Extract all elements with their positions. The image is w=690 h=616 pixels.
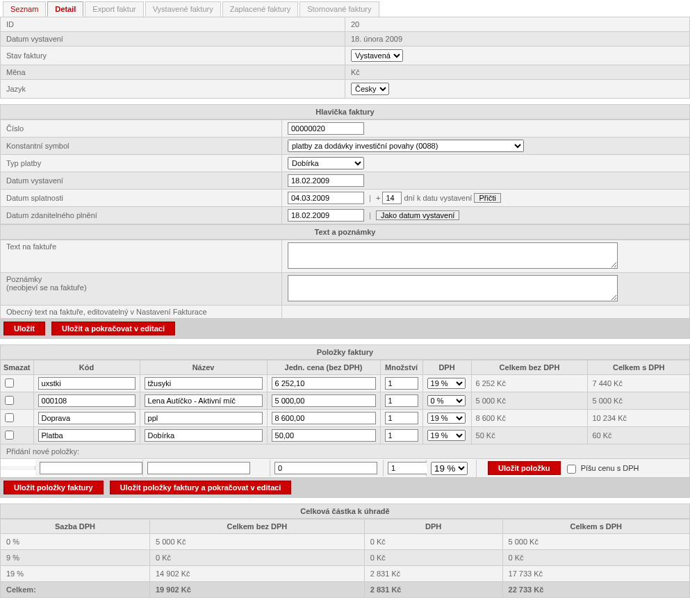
ex: 5 000 Kč — [150, 534, 365, 550]
delete-checkbox[interactable] — [5, 431, 14, 440]
note-label: Poznámky — [6, 275, 42, 283]
due-days-input[interactable] — [382, 192, 402, 204]
due-plus: + — [376, 194, 380, 202]
tabs: Seznam Detail Export faktur Vystavené fa… — [0, 0, 690, 17]
delete-checkbox[interactable] — [5, 396, 14, 405]
item-row: 19 %8 600 Kč10 234 Kč — [1, 410, 690, 427]
item-total-ex: 50 Kč — [471, 427, 588, 444]
price-with-vat-checkbox[interactable] — [567, 465, 576, 474]
item-qty-input[interactable] — [385, 377, 418, 390]
due-date-input[interactable] — [288, 192, 364, 204]
rate: 9 % — [1, 550, 150, 566]
save-items-button[interactable]: Uložit položky faktury — [3, 481, 104, 494]
item-qty-input[interactable] — [385, 429, 418, 442]
item-name-input[interactable] — [145, 394, 263, 407]
item-vat-select[interactable]: 19 % — [427, 430, 466, 441]
const-symbol-select[interactable]: platby za dodávky investiční povahy (008… — [288, 140, 524, 152]
due-note: dní k datu vystavení — [404, 194, 473, 202]
delete-checkbox[interactable] — [5, 413, 14, 422]
item-total-ex: 8 600 Kč — [471, 410, 588, 427]
vat: 0 Kč — [364, 534, 502, 550]
item-name-input[interactable] — [145, 412, 263, 424]
item-total-ex: 6 252 Kč — [471, 375, 588, 392]
item-price-input[interactable] — [272, 429, 376, 442]
item-total-inc: 10 234 Kč — [588, 410, 690, 427]
info-issued-value: 18. února 2009 — [345, 32, 690, 47]
tab-stornovane[interactable]: Stornované faktury — [299, 1, 379, 17]
item-price-input[interactable] — [272, 412, 376, 424]
tot-col-ex: Celkem bez DPH — [150, 519, 365, 534]
invoice-lang-select[interactable]: Česky — [351, 83, 389, 95]
item-code-input[interactable] — [38, 429, 135, 442]
item-vat-select[interactable]: 0 % — [427, 395, 466, 406]
item-qty-input[interactable] — [385, 412, 418, 424]
item-code-input[interactable] — [38, 394, 135, 407]
tot-col-vat: DPH — [364, 519, 502, 534]
notes-title: Text a poznámky — [0, 224, 690, 240]
ex: 0 Kč — [150, 550, 365, 566]
new-name-input[interactable] — [147, 462, 250, 474]
item-vat-select[interactable]: 19 % — [427, 413, 466, 424]
totals-row: 9 %0 Kč0 Kč0 Kč — [1, 550, 690, 566]
new-item-label: Přidání nové položky: — [0, 444, 690, 459]
due-label: Datum splatnosti — [1, 190, 282, 207]
due-sep: | — [369, 194, 371, 202]
tax-same-button[interactable]: Jako datum vystavení — [376, 210, 459, 220]
tab-seznam[interactable]: Seznam — [3, 1, 46, 17]
item-vat-select[interactable]: 19 % — [427, 378, 466, 389]
paytype-select[interactable]: Dobírka — [288, 157, 364, 169]
col-total-inc: Celkem s DPH — [588, 360, 690, 375]
text-label: Text na faktuře — [1, 240, 282, 273]
header-title: Hlavička faktury — [0, 104, 690, 119]
new-price-input[interactable] — [274, 462, 377, 474]
col-vat: DPH — [422, 360, 471, 375]
tab-zaplacene[interactable]: Zaplacené faktury — [222, 1, 298, 17]
totals-row: 19 %14 902 Kč2 831 Kč17 733 Kč — [1, 566, 690, 582]
item-price-input[interactable] — [272, 394, 376, 407]
grand-inc: 22 733 Kč — [502, 582, 689, 598]
item-row: 19 %6 252 Kč7 440 Kč — [1, 375, 690, 392]
inc: 5 000 Kč — [502, 534, 689, 550]
item-total-inc: 7 440 Kč — [588, 375, 690, 392]
item-qty-input[interactable] — [385, 394, 418, 407]
tab-export[interactable]: Export faktur — [85, 1, 143, 17]
tab-detail[interactable]: Detail — [47, 1, 83, 17]
items-title: Položky faktury — [0, 344, 690, 360]
item-code-input[interactable] — [38, 377, 135, 390]
item-name-input[interactable] — [145, 377, 263, 390]
info-table: ID20 Datum vystavení18. února 2009 Stav … — [0, 17, 690, 99]
tax-sep: | — [369, 211, 371, 219]
new-code-input[interactable] — [40, 462, 142, 474]
totals-row: 0 %5 000 Kč0 Kč5 000 Kč — [1, 534, 690, 550]
issued-date-input[interactable] — [288, 174, 364, 187]
item-total-ex: 5 000 Kč — [471, 392, 588, 410]
item-code-input[interactable] — [38, 412, 135, 424]
number-label: Číslo — [1, 120, 282, 138]
info-currency-label: Měna — [1, 65, 345, 80]
due-add-button[interactable]: Přičti — [474, 193, 500, 203]
new-vat-select[interactable]: 19 % — [431, 462, 468, 475]
delete-checkbox[interactable] — [5, 378, 14, 388]
item-row: 19 %50 Kč60 Kč — [1, 427, 690, 444]
info-id-value: 20 — [345, 17, 690, 32]
vat: 0 Kč — [364, 550, 502, 566]
invoice-state-select[interactable]: Vystavená — [351, 49, 403, 62]
tab-vystavene[interactable]: Vystavené faktury — [145, 1, 221, 17]
invoice-note-input[interactable] — [288, 275, 618, 301]
item-name-input[interactable] — [145, 429, 263, 442]
col-code: Kód — [33, 360, 140, 375]
inc: 17 733 Kč — [502, 566, 689, 582]
col-delete: Smazat — [1, 360, 34, 375]
number-input[interactable] — [288, 122, 364, 135]
grand-ex: 19 902 Kč — [150, 582, 365, 598]
save-items-continue-button[interactable]: Uložit položky faktury a pokračovat v ed… — [110, 481, 292, 494]
save-button[interactable]: Uložit — [3, 322, 45, 335]
info-lang-label: Jazyk — [1, 80, 345, 99]
tot-col-inc: Celkem s DPH — [502, 519, 689, 534]
save-continue-button[interactable]: Uložit a pokračovat v editaci — [51, 322, 175, 335]
invoice-text-input[interactable] — [288, 242, 618, 269]
tax-date-input[interactable] — [288, 209, 364, 222]
item-price-input[interactable] — [272, 377, 376, 390]
note-sub: (neobjeví se na faktuře) — [6, 283, 87, 292]
save-item-button[interactable]: Uložit položku — [488, 461, 561, 475]
